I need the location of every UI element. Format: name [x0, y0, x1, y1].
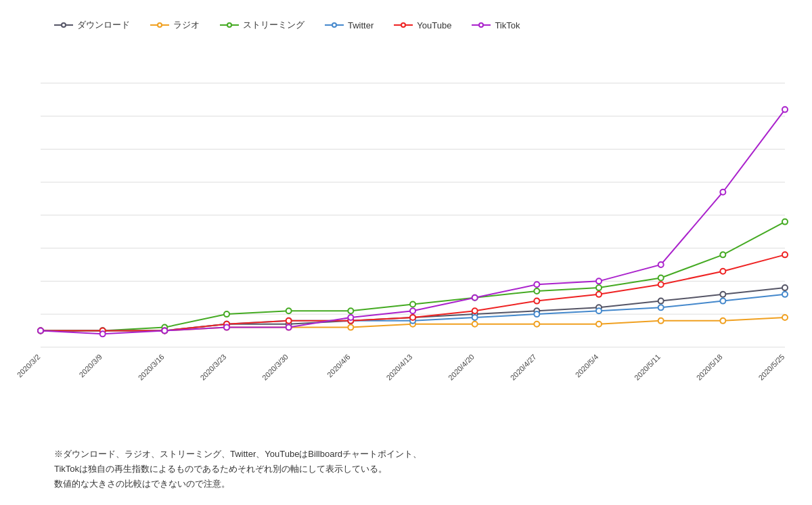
dot-tiktok: [410, 308, 415, 313]
legend-dot: [227, 22, 232, 28]
dot-radio: [596, 322, 602, 327]
legend-item: Twitter: [325, 20, 374, 30]
dot-tiktok: [596, 278, 602, 284]
dot-twitter: [658, 305, 664, 310]
dot-twitter: [596, 308, 602, 313]
dot-tiktok: [162, 328, 167, 333]
legend-line-TikTok: [472, 24, 491, 26]
legend-label: TikTok: [495, 20, 520, 30]
dot-streaming: [782, 219, 788, 225]
dot-twitter: [472, 315, 478, 320]
dot-youtube: [286, 318, 292, 324]
legend-label: ラジオ: [173, 19, 200, 31]
footer-line1: ※ダウンロード、ラジオ、ストリーミング、Twitter、YouTubeはBill…: [54, 449, 422, 459]
dot-youtube: [720, 269, 725, 274]
dot-radio: [348, 325, 353, 330]
dot-streaming: [534, 288, 539, 294]
legend-label: Twitter: [348, 20, 374, 30]
x-label: 2020/4/27: [509, 353, 538, 382]
dot-twitter: [720, 299, 725, 304]
line-chart: 2020/3/22020/3/92020/3/162020/3/232020/3…: [14, 39, 798, 439]
x-label: 2020/5/18: [695, 353, 724, 382]
chart-area: 2020/3/22020/3/92020/3/162020/3/232020/3…: [14, 39, 798, 439]
dot-youtube: [658, 282, 664, 287]
x-label: 2020/4/6: [325, 353, 352, 379]
dot-radio: [720, 318, 725, 324]
legend-item: ダウンロード: [54, 19, 130, 31]
x-label: 2020/5/25: [757, 353, 786, 382]
footer-line3: 数値的な大きさの比較はできないので注意。: [54, 479, 230, 489]
dot-streaming: [596, 285, 602, 290]
dot-tiktok: [100, 331, 106, 336]
dot-tiktok: [782, 107, 788, 112]
dot-youtube: [534, 299, 539, 304]
dot-tiktok: [38, 328, 43, 333]
dot-tiktok: [534, 282, 539, 287]
dot-youtube: [596, 292, 602, 297]
dot-download: [658, 299, 664, 304]
legend-line-Twitter: [325, 24, 344, 26]
dot-streaming: [286, 308, 292, 313]
legend-dot: [332, 22, 337, 28]
dot-streaming: [720, 252, 725, 257]
x-label: 2020/5/4: [574, 353, 600, 379]
dot-twitter: [782, 292, 788, 297]
legend-label: YouTube: [417, 20, 451, 30]
dot-youtube: [410, 315, 415, 320]
dot-youtube: [782, 252, 788, 257]
legend-item: TikTok: [472, 20, 520, 30]
dot-streaming: [658, 275, 664, 280]
x-label: 2020/4/13: [384, 353, 413, 382]
dot-tiktok: [348, 315, 353, 320]
legend-line-ダウンロード: [54, 24, 73, 26]
dot-radio: [658, 318, 664, 324]
x-label: 2020/3/23: [198, 353, 227, 382]
dot-streaming: [224, 311, 229, 317]
dot-radio: [472, 322, 478, 327]
legend-dot: [478, 22, 484, 28]
legend-dot: [401, 22, 406, 28]
legend-item: ラジオ: [150, 19, 200, 31]
legend-line-ラジオ: [150, 24, 169, 26]
footer-line2: TikTokは独自の再生指数によるものであるためそれぞれ別の軸にして表示している…: [54, 464, 387, 474]
dot-radio: [782, 315, 788, 320]
dot-tiktok: [224, 325, 229, 330]
legend-label: ダウンロード: [77, 19, 130, 31]
dot-download: [720, 292, 725, 297]
legend-item: YouTube: [394, 20, 451, 30]
legend-line-YouTube: [394, 24, 413, 26]
dot-tiktok: [286, 325, 292, 330]
x-label: 2020/4/20: [447, 353, 476, 382]
legend-dot: [61, 22, 66, 28]
dot-streaming: [410, 301, 415, 307]
dot-radio: [534, 322, 539, 327]
x-label: 2020/3/2: [16, 353, 42, 379]
dot-tiktok: [720, 190, 725, 195]
x-label: 2020/3/16: [137, 353, 166, 382]
dot-tiktok: [658, 262, 664, 267]
x-label: 2020/5/11: [633, 353, 662, 382]
dot-twitter: [534, 311, 539, 317]
legend-line-ストリーミング: [220, 24, 239, 26]
x-label: 2020/3/30: [261, 353, 290, 382]
x-label: 2020/3/9: [77, 353, 104, 379]
chart-container: ダウンロード ラジオ ストリーミング Twitter YouTube TikTo…: [0, 0, 812, 505]
dot-tiktok: [472, 295, 478, 301]
legend-item: ストリーミング: [220, 19, 304, 31]
legend-dot: [157, 22, 162, 28]
legend: ダウンロード ラジオ ストリーミング Twitter YouTube TikTo…: [14, 14, 798, 39]
dot-youtube: [472, 308, 478, 313]
legend-label: ストリーミング: [243, 19, 304, 31]
dot-streaming: [348, 308, 353, 313]
dot-download: [782, 285, 788, 290]
footer-note: ※ダウンロード、ラジオ、ストリーミング、Twitter、YouTubeはBill…: [14, 439, 798, 498]
